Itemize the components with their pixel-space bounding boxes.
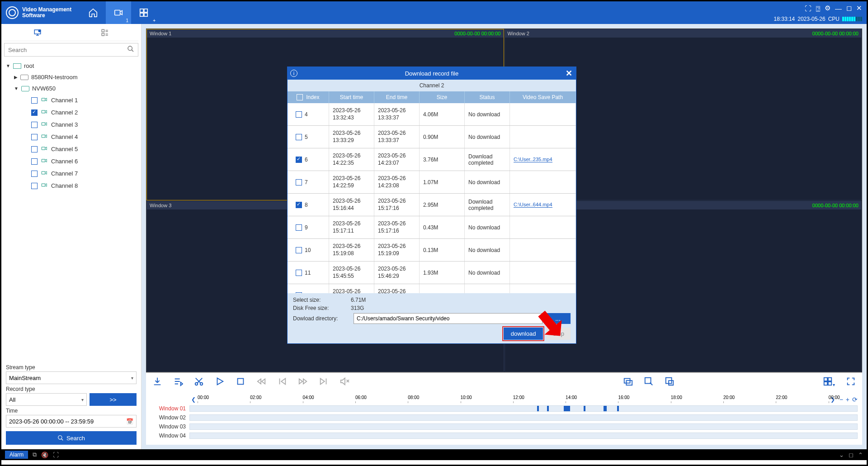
pane-time: 0000-00-00 00:00:00 [812, 203, 859, 208]
go-button[interactable]: >> [90, 393, 137, 406]
download-icon[interactable] [152, 376, 162, 389]
timeline-track[interactable] [189, 405, 858, 412]
tab-multiview[interactable]: + [131, 1, 156, 24]
row-status: Download completed [465, 148, 510, 171]
mute-icon[interactable] [340, 376, 349, 389]
timeline-row[interactable]: Window 01 [151, 404, 858, 413]
list-tab-icon[interactable] [100, 29, 109, 39]
tree-root[interactable]: ▼ root [4, 60, 138, 71]
row-checkbox[interactable] [296, 179, 302, 185]
tree-channel[interactable]: Channel 6 [4, 155, 138, 167]
rewind-icon[interactable] [256, 376, 266, 389]
search-field[interactable] [8, 47, 124, 53]
tree-channel[interactable]: Channel 2 [4, 106, 138, 119]
table-row[interactable]: 12 2023-05-26 15:46:19 2023-05-26 15:46:… [288, 284, 576, 293]
footer-collapse-icon[interactable]: ⌄ [839, 452, 844, 458]
table-row[interactable]: 10 2023-05-26 15:19:08 2023-05-26 15:19:… [288, 239, 576, 262]
playlist-icon[interactable] [173, 376, 183, 389]
table-row[interactable]: 4 2023-05-26 13:32:43 2023-05-26 13:33:3… [288, 103, 576, 126]
channel-checkbox[interactable] [31, 122, 38, 128]
row-checkbox[interactable] [296, 111, 302, 118]
zoom-reset-icon[interactable]: ⟳ [852, 396, 858, 403]
row-checkbox[interactable] [296, 224, 302, 231]
footer-expand-icon[interactable]: ⌃ [858, 452, 863, 458]
tree-channel[interactable]: Channel 3 [4, 119, 138, 131]
snapshot-icon[interactable] [623, 376, 633, 389]
tab-playback[interactable]: 1 [106, 1, 131, 24]
channel-checkbox[interactable] [31, 183, 38, 189]
tree-channel[interactable]: Channel 1 [4, 94, 138, 106]
channel-checkbox[interactable] [31, 97, 38, 104]
maximize-icon[interactable]: ◻ [846, 4, 852, 12]
timeline-track[interactable] [189, 414, 858, 421]
time-input[interactable]: 2023-05-26 00:00:00 -- 23:59:59 📅 [6, 415, 137, 428]
zoom-icon[interactable] [644, 376, 654, 389]
channel-checkbox[interactable] [31, 134, 38, 140]
row-checkbox[interactable] [296, 157, 302, 163]
row-checkbox[interactable] [296, 202, 302, 208]
select-all-checkbox[interactable] [297, 94, 303, 100]
device-tab-icon[interactable] [33, 29, 42, 39]
row-checkbox[interactable] [296, 134, 302, 140]
stop-icon[interactable] [236, 376, 245, 389]
minimize-icon[interactable]: — [835, 5, 842, 12]
close-window-icon[interactable]: ✕ [856, 4, 862, 12]
timeline-row[interactable]: Window 02 [151, 413, 858, 422]
export-icon[interactable] [665, 376, 675, 389]
zoom-in-icon[interactable]: + [846, 396, 849, 403]
modal-table-body[interactable]: 4 2023-05-26 13:32:43 2023-05-26 13:33:3… [288, 103, 576, 293]
channel-checkbox[interactable] [31, 171, 38, 177]
timeline-row[interactable]: Window 04 [151, 431, 858, 440]
timeline-prev-icon[interactable]: ❮ [189, 396, 198, 403]
channel-checkbox[interactable] [31, 109, 38, 116]
user-icon[interactable]: ⍰ [816, 5, 820, 12]
footer-mute-icon[interactable]: 🔇 [41, 452, 48, 458]
table-row[interactable]: 5 2023-05-26 13:33:29 2023-05-26 13:33:3… [288, 126, 576, 148]
tree-channel[interactable]: Channel 5 [4, 143, 138, 155]
file-path-link[interactable]: C:\User..235.mp4 [514, 157, 552, 162]
table-row[interactable]: 11 2023-05-26 15:45:55 2023-05-26 15:46:… [288, 262, 576, 284]
row-checkbox[interactable] [296, 292, 302, 294]
row-end: 2023-05-26 15:19:09 [374, 239, 420, 261]
tree-device-2[interactable]: ▼ NVW650 [4, 83, 138, 94]
table-row[interactable]: 6 2023-05-26 14:22:35 2023-05-26 14:23:0… [288, 148, 576, 171]
row-checkbox[interactable] [296, 247, 302, 253]
timeline-row[interactable]: Window 03 [151, 422, 858, 431]
step-back-icon[interactable] [277, 376, 287, 389]
close-icon[interactable]: ✕ [566, 68, 572, 78]
alarm-button[interactable]: Alarm [5, 451, 28, 459]
channel-checkbox[interactable] [31, 158, 38, 165]
tree-channel[interactable]: Channel 4 [4, 131, 138, 143]
channel-checkbox[interactable] [31, 146, 38, 152]
footer-window-icon[interactable]: ⛶ [53, 452, 59, 458]
timeline-tick: 10:00 [461, 395, 472, 400]
table-row[interactable]: 7 2023-05-26 14:22:59 2023-05-26 14:23:0… [288, 171, 576, 194]
layout-icon[interactable]: ▾ [823, 376, 835, 389]
record-type-select[interactable]: All ▾ [6, 393, 87, 406]
timeline-track[interactable] [189, 433, 858, 439]
tab-home[interactable] [80, 1, 106, 24]
search-input[interactable] [4, 43, 138, 57]
fullscreen-icon[interactable] [846, 376, 856, 389]
tree-channel[interactable]: Channel 8 [4, 180, 138, 192]
tree-channel[interactable]: Channel 7 [4, 167, 138, 180]
fast-forward-icon[interactable] [298, 376, 308, 389]
play-icon[interactable] [215, 376, 225, 389]
search-button[interactable]: Search [6, 431, 137, 445]
directory-input[interactable] [354, 313, 542, 324]
settings-icon[interactable]: ⚙ [825, 4, 830, 12]
window-controls-icon[interactable]: ⛶ [805, 5, 811, 12]
cut-icon[interactable] [194, 376, 204, 389]
row-checkbox[interactable] [296, 270, 302, 276]
search-icon[interactable] [127, 45, 134, 54]
tree-device-1[interactable]: ▶ 8580RN-testroom [4, 71, 138, 83]
timeline-track[interactable] [189, 423, 858, 430]
timeline-ruler[interactable]: 00:0002:0004:0006:0008:0010:0012:0014:00… [198, 395, 829, 404]
file-path-link[interactable]: C:\User..644.mp4 [514, 202, 552, 208]
table-row[interactable]: 9 2023-05-26 15:17:11 2023-05-26 15:17:1… [288, 216, 576, 239]
step-forward-icon[interactable] [319, 376, 329, 389]
table-row[interactable]: 8 2023-05-26 15:16:44 2023-05-26 15:17:1… [288, 194, 576, 216]
footer-popout-icon[interactable]: ⧉ [33, 451, 37, 458]
stream-type-select[interactable]: MainStream ▾ [6, 371, 137, 384]
footer-maximize-icon[interactable]: ◻ [849, 452, 854, 458]
